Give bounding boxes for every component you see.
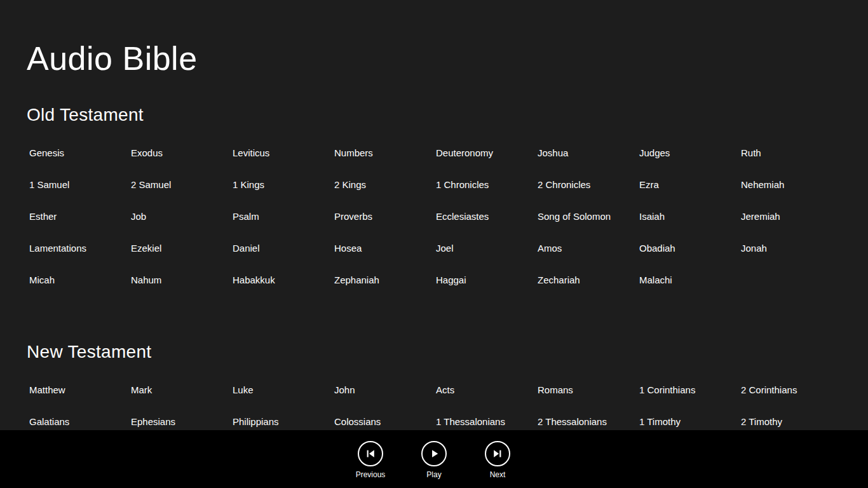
page-title: Audio Bible [27, 39, 198, 78]
book-item[interactable]: 2 Kings [334, 179, 436, 190]
book-grid: MatthewMarkLukeJohnActsRomans1 Corinthia… [27, 374, 859, 437]
book-item[interactable]: Ephesians [131, 416, 233, 427]
book-item[interactable]: Acts [436, 384, 538, 395]
skip-next-icon [485, 441, 510, 466]
book-item[interactable]: 2 Chronicles [538, 179, 639, 190]
book-item[interactable]: Joel [436, 243, 538, 254]
book-item[interactable]: Habakkuk [233, 274, 334, 285]
playback-controls: PreviousPlayNext [339, 441, 529, 479]
book-item[interactable]: Hosea [334, 243, 436, 254]
audio-bible-app: Audio Bible Old TestamentGenesisExodusLe… [0, 0, 868, 488]
section-title: New Testament [27, 341, 859, 363]
book-item[interactable]: Matthew [29, 384, 131, 395]
book-item[interactable]: Amos [538, 243, 639, 254]
book-item[interactable]: Jonah [741, 243, 843, 254]
section-old-testament: Old TestamentGenesisExodusLeviticusNumbe… [27, 104, 859, 295]
book-item[interactable]: Galatians [29, 416, 131, 427]
book-grid: GenesisExodusLeviticusNumbersDeuteronomy… [27, 137, 859, 295]
book-item[interactable]: Philippians [233, 416, 334, 427]
book-item[interactable]: Nehemiah [741, 179, 843, 190]
book-item[interactable]: Zechariah [538, 274, 639, 285]
book-item[interactable]: Exodus [131, 147, 233, 158]
book-item[interactable]: 1 Thessalonians [436, 416, 538, 427]
book-item[interactable]: Song of Solomon [538, 211, 639, 222]
book-item[interactable]: Luke [233, 384, 334, 395]
book-item[interactable]: Deuteronomy [436, 147, 538, 158]
book-item[interactable]: Ezra [639, 179, 741, 190]
bottom-app-bar: PreviousPlayNext [0, 430, 868, 488]
play-icon [421, 441, 447, 466]
book-item[interactable]: Nahum [131, 274, 233, 285]
appbar-button-label: Next [490, 470, 506, 479]
book-item[interactable]: Isaiah [639, 211, 741, 222]
book-item[interactable]: Ezekiel [131, 243, 233, 254]
book-item[interactable]: Joshua [538, 147, 639, 158]
skip-previous-icon [358, 441, 383, 466]
book-item[interactable]: Colossians [334, 416, 436, 427]
book-item[interactable]: 2 Timothy [741, 416, 843, 427]
book-item[interactable]: 1 Corinthians [639, 384, 741, 395]
book-item[interactable]: 2 Thessalonians [538, 416, 639, 427]
book-item[interactable]: 1 Samuel [29, 179, 131, 190]
book-item[interactable]: Romans [538, 384, 639, 395]
book-item[interactable]: Esther [29, 211, 131, 222]
section-new-testament: New TestamentMatthewMarkLukeJohnActsRoma… [27, 341, 859, 437]
book-item[interactable]: Haggai [436, 274, 538, 285]
book-item[interactable]: Obadiah [639, 243, 741, 254]
book-item[interactable]: Daniel [233, 243, 334, 254]
book-item[interactable]: Judges [639, 147, 741, 158]
book-item[interactable]: Proverbs [334, 211, 436, 222]
book-item[interactable]: 2 Samuel [131, 179, 233, 190]
appbar-button-label: Previous [356, 470, 386, 479]
previous-button[interactable]: Previous [351, 441, 390, 479]
book-item[interactable]: Lamentations [29, 243, 131, 254]
book-item[interactable]: Jeremiah [741, 211, 843, 222]
book-item[interactable]: Malachi [639, 274, 741, 285]
book-item[interactable]: 1 Timothy [639, 416, 741, 427]
book-item[interactable]: Mark [131, 384, 233, 395]
play-button[interactable]: Play [415, 441, 453, 479]
book-item[interactable]: Ruth [741, 147, 843, 158]
book-item[interactable]: Micah [29, 274, 131, 285]
book-sections: Old TestamentGenesisExodusLeviticusNumbe… [27, 104, 859, 437]
book-item[interactable]: Zephaniah [334, 274, 436, 285]
book-item[interactable]: Numbers [334, 147, 436, 158]
book-item[interactable]: Job [131, 211, 233, 222]
next-button[interactable]: Next [478, 441, 517, 479]
book-item[interactable]: Leviticus [233, 147, 334, 158]
section-title: Old Testament [27, 104, 859, 126]
book-item[interactable]: Ecclesiastes [436, 211, 538, 222]
appbar-button-label: Play [426, 470, 441, 479]
book-item[interactable]: Psalm [233, 211, 334, 222]
book-item[interactable]: 2 Corinthians [741, 384, 843, 395]
book-item[interactable]: John [334, 384, 436, 395]
book-item[interactable]: 1 Kings [233, 179, 334, 190]
book-item[interactable]: Genesis [29, 147, 131, 158]
book-item[interactable]: 1 Chronicles [436, 179, 538, 190]
